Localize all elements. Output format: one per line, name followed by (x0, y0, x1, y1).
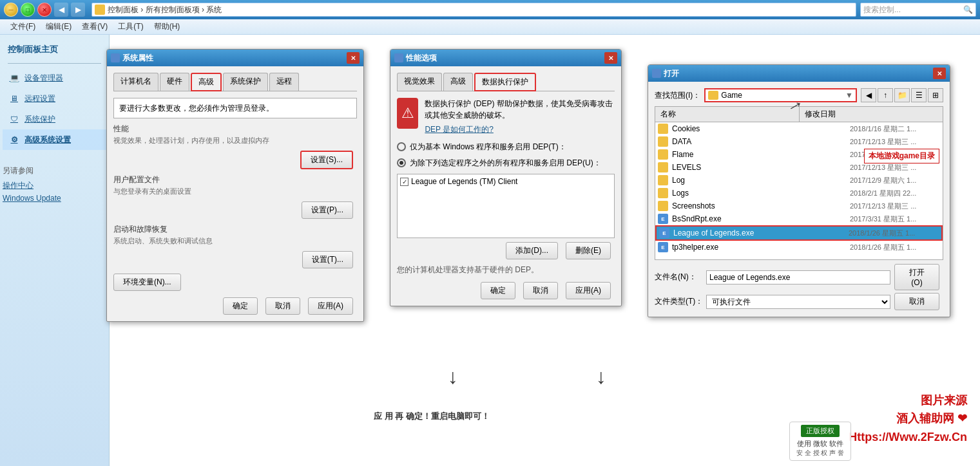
search-bar[interactable]: 搜索控制... 🔍 (860, 3, 976, 17)
perf-title-text: 性能选项 (406, 53, 437, 64)
tab-advanced[interactable]: 高级 (191, 73, 222, 91)
perf-tab-visual[interactable]: 视觉效果 (397, 73, 442, 91)
menu-help[interactable]: 帮助(H) (149, 20, 186, 33)
file-list[interactable]: Cookies2018/1/16 星期二 1...DATA2017/12/13 … (655, 122, 943, 260)
perf-titlebar[interactable]: 性能选项 ✕ (390, 50, 621, 66)
seealso-link-windows-update[interactable]: Windows Update (3, 194, 106, 203)
window-btn-minimize[interactable]: ─ (4, 3, 18, 17)
file-row[interactable]: ELeague of Legends.exe2018/1/26 星期五 1... (655, 225, 943, 241)
sidebar-item-system-protection[interactable]: 🛡 系统保护 (3, 109, 106, 129)
new-folder-btn[interactable]: 📁 (894, 88, 910, 102)
file-row-name: Logs (672, 189, 850, 198)
env-variables-btn[interactable]: 环境变量(N)... (113, 274, 181, 291)
perf-dialog-btn-row: 确定 取消 应用(A) (397, 282, 615, 299)
startup-settings-btn[interactable]: 设置(T)... (302, 251, 353, 268)
menu-file[interactable]: 文件(F) (5, 20, 41, 33)
perf-cancel-btn[interactable]: 取消 (523, 282, 558, 299)
tab-hardware[interactable]: 硬件 (160, 73, 189, 91)
open-dialog-close-btn[interactable]: ✕ (933, 68, 946, 79)
sys-props-close-btn[interactable]: ✕ (347, 52, 360, 64)
file-row[interactable]: Log2017/12/9 星期六 1... (655, 174, 943, 187)
view-up-btn[interactable]: ↑ (878, 88, 893, 102)
sys-props-cancel-btn[interactable]: 取消 (265, 297, 300, 315)
file-row[interactable]: Logs2018/2/1 星期四 22... (655, 187, 943, 200)
dep-radio1[interactable] (397, 142, 406, 151)
perf-section-label: 性能 (113, 124, 357, 135)
seealso-link-action-center[interactable]: 操作中心 (3, 180, 106, 191)
file-row-name: Screenshots (672, 201, 850, 210)
sidebar-item-advanced-settings[interactable]: ⚙ 高级系统设置 (3, 129, 106, 150)
filetype-select[interactable]: 可执行文件 (706, 295, 890, 309)
view-detail-btn[interactable]: ⊞ (928, 88, 943, 102)
file-row[interactable]: Etp3helper.exe2018/1/26 星期五 1... (655, 241, 943, 254)
perf-apply-btn[interactable]: 应用(A) (566, 282, 611, 299)
file-col-date[interactable]: 修改日期 (800, 107, 943, 122)
file-list-header: 名称 修改日期 (655, 106, 943, 122)
perf-settings-btn[interactable]: 设置(S)... (300, 151, 353, 169)
startup-section-sub: 系统启动、系统失败和调试信息 (113, 236, 357, 246)
perf-tab-dep[interactable]: 数据执行保护 (474, 73, 536, 91)
filename-input[interactable] (706, 270, 890, 284)
dep-checkbox[interactable] (400, 178, 408, 186)
perf-dialog: 性能选项 ✕ 视觉效果 高级 数据执行保护 ⚠ 数据执行保护 (DEP) 帮助保… (390, 49, 622, 306)
file-row-date: 2017/3/31 星期五 1... (850, 214, 940, 224)
forward-btn[interactable]: ▶ (71, 3, 85, 17)
tab-system-protection[interactable]: 系统保护 (223, 73, 268, 91)
profile-settings-btn[interactable]: 设置(P)... (302, 201, 353, 219)
file-location-bar[interactable]: Game ▼ (704, 88, 857, 102)
sys-props-apply-btn[interactable]: 应用(A) (308, 297, 353, 315)
perf-close-btn[interactable]: ✕ (604, 52, 617, 64)
sys-props-dialog: 系统属性 ✕ 计算机名 硬件 高级 系统保护 远程 要进行大多数更改，您必须作为… (106, 49, 364, 322)
menu-edit[interactable]: 编辑(E) (41, 20, 77, 33)
dep-support-note: 您的计算机处理器支持基于硬件的 DEP。 (397, 265, 615, 275)
file-row[interactable]: DATA2017/12/13 星期三 ... (655, 135, 943, 148)
seealso-title: 另请参阅 (3, 165, 106, 176)
dep-remove-btn[interactable]: 删除(E) (566, 242, 611, 259)
dep-program-label: League of Legends (TM) Client (411, 177, 517, 186)
file-row-date: 2017/12/13 星期三 ... (850, 163, 940, 172)
file-row-name: League of Legends.exe (673, 228, 849, 238)
dep-add-btn[interactable]: 添加(D)... (506, 242, 558, 259)
tab-remote[interactable]: 远程 (269, 73, 299, 91)
view-list-btn[interactable]: ☰ (911, 88, 927, 102)
cancel-file-btn[interactable]: 取消 (894, 293, 939, 310)
perf-ok-btn[interactable]: 确定 (481, 282, 515, 299)
dep-radio2[interactable] (397, 158, 406, 167)
back-btn[interactable]: ◀ (54, 3, 68, 17)
dep-radio1-row: 仅为基本 Windows 程序和服务启用 DEP(T)： (397, 142, 615, 153)
open-file-btn[interactable]: 打开(O) (894, 264, 939, 290)
file-row[interactable]: EBsSndRpt.exe2017/3/31 星期五 1... (655, 212, 943, 225)
device-manager-label: 设备管理器 (24, 73, 63, 84)
perf-tab-advanced[interactable]: 高级 (443, 73, 473, 91)
window-btn-maximize[interactable]: □ (21, 3, 35, 17)
window-btn-close[interactable]: ✕ (37, 3, 52, 17)
open-dialog-title-text: 打开 (664, 68, 679, 79)
dep-link[interactable]: DEP 是如何工作的? (425, 124, 615, 135)
sidebar-item-remote-settings[interactable]: 🖥 远程设置 (3, 88, 106, 109)
sidebar-item-device-manager[interactable]: 💻 设备管理器 (3, 68, 106, 88)
file-row[interactable]: Cookies2018/1/16 星期二 1... (655, 122, 943, 135)
view-back-btn[interactable]: ◀ (861, 88, 876, 102)
file-col-name[interactable]: 名称 (655, 107, 800, 122)
menu-tools[interactable]: 工具(T) (113, 20, 148, 33)
sidebar-divider (8, 63, 101, 64)
dep-list-item: League of Legends (TM) Client (400, 177, 611, 186)
system-protection-icon: 🛡 (8, 113, 21, 126)
sys-props-title-icon (111, 53, 120, 62)
file-row-date: 2017/12/13 星期三 ... (850, 137, 940, 147)
sys-props-titlebar[interactable]: 系统属性 ✕ (107, 50, 363, 66)
search-placeholder: 搜索控制... (863, 5, 901, 15)
startup-section-label: 启动和故障恢复 (113, 224, 357, 235)
file-row-icon: E (658, 242, 668, 252)
address-bar[interactable]: 控制面板 › 所有控制面板项 › 系统 (91, 3, 856, 17)
sidebar-home[interactable]: 控制面板主页 (3, 40, 106, 59)
perf-body: 视觉效果 高级 数据执行保护 ⚠ 数据执行保护 (DEP) 帮助保护数据，使其免… (390, 66, 621, 306)
menu-view[interactable]: 查看(V) (77, 20, 113, 33)
file-row[interactable]: Screenshots2017/12/13 星期三 ... (655, 200, 943, 212)
file-row-name: Flame (672, 150, 850, 159)
sys-props-ok-btn[interactable]: 确定 (223, 297, 258, 315)
dep-listbox[interactable]: League of Legends (TM) Client (397, 174, 615, 238)
open-dialog-titlebar[interactable]: 打开 ✕ (648, 65, 950, 82)
tab-computer-name[interactable]: 计算机名 (113, 73, 159, 91)
perf-tabs: 视觉效果 高级 数据执行保护 (397, 73, 615, 91)
